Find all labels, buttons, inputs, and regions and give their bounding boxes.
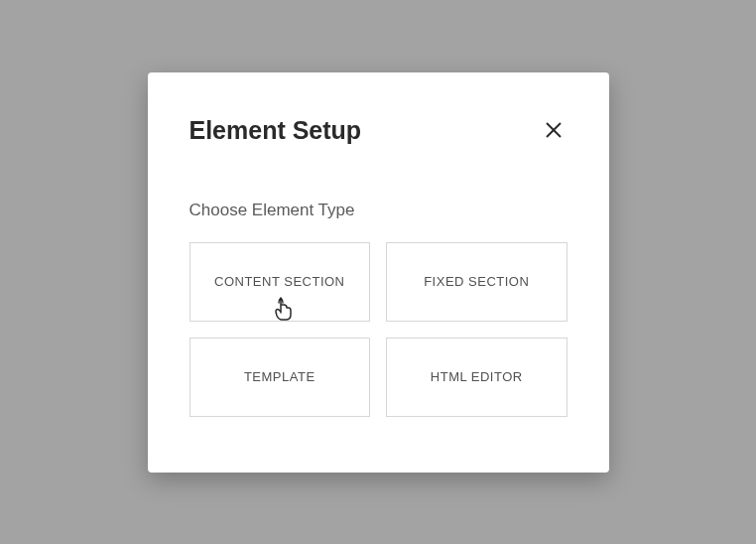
close-button[interactable]	[540, 116, 567, 144]
modal-header: Element Setup	[189, 116, 567, 145]
modal-title: Element Setup	[189, 116, 362, 145]
element-setup-modal: Element Setup Choose Element Type CONTEN…	[148, 72, 609, 473]
section-label: Choose Element Type	[189, 201, 567, 220]
close-icon	[544, 120, 564, 140]
option-template[interactable]: TEMPLATE	[189, 338, 371, 417]
option-html-editor[interactable]: HTML EDITOR	[386, 338, 567, 417]
option-fixed-section[interactable]: FIXED SECTION	[386, 242, 567, 322]
option-grid: CONTENT SECTION FIXED SECTION TEMPLATE H…	[189, 242, 567, 417]
option-content-section[interactable]: CONTENT SECTION	[189, 242, 371, 322]
